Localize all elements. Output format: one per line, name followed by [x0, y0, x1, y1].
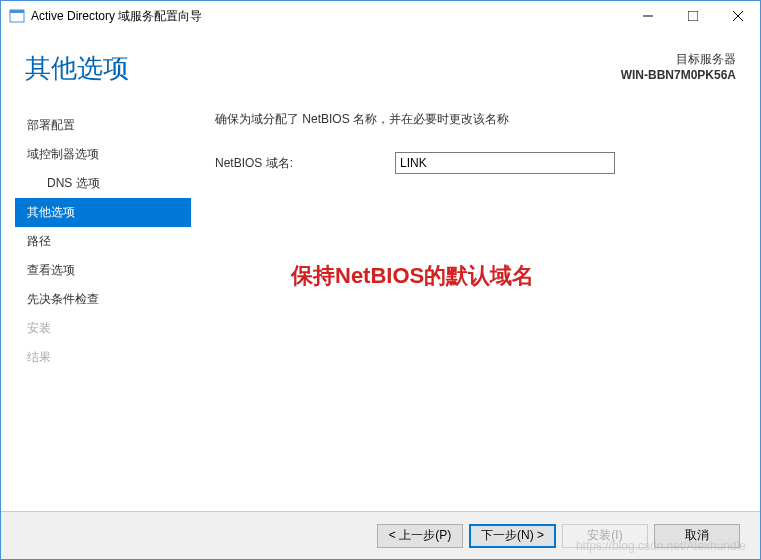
- netbios-label: NetBIOS 域名:: [215, 155, 395, 172]
- target-server-label: 目标服务器: [621, 51, 736, 68]
- main-area: 部署配置 域控制器选项 DNS 选项 其他选项 路径 查看选项 先决条件检查 安…: [1, 111, 760, 511]
- sidebar-item-dns-options[interactable]: DNS 选项: [15, 169, 191, 198]
- sidebar-item-review[interactable]: 查看选项: [15, 256, 191, 285]
- close-button[interactable]: [715, 1, 760, 31]
- svg-rect-1: [10, 10, 24, 13]
- wizard-window: Active Directory 域服务配置向导 其他选项 目标服务器 WIN-…: [0, 0, 761, 560]
- footer: < 上一步(P) 下一步(N) > 安装(I) 取消: [1, 511, 760, 559]
- netbios-input[interactable]: [395, 152, 615, 174]
- annotation-overlay: 保持NetBIOS的默认域名: [291, 261, 534, 291]
- sidebar-item-install: 安装: [15, 314, 191, 343]
- sidebar-item-additional-options[interactable]: 其他选项: [15, 198, 191, 227]
- install-button: 安装(I): [562, 524, 648, 548]
- svg-rect-3: [688, 11, 698, 21]
- target-server-info: 目标服务器 WIN-BBN7M0PK56A: [621, 51, 736, 82]
- cancel-button[interactable]: 取消: [654, 524, 740, 548]
- window-controls: [625, 1, 760, 31]
- content-pane: 确保为域分配了 NetBIOS 名称，并在必要时更改该名称 NetBIOS 域名…: [191, 111, 760, 511]
- prev-button[interactable]: < 上一步(P): [377, 524, 463, 548]
- next-button[interactable]: 下一步(N) >: [469, 524, 556, 548]
- titlebar-title: Active Directory 域服务配置向导: [31, 8, 625, 25]
- app-icon: [9, 8, 25, 24]
- instruction-text: 确保为域分配了 NetBIOS 名称，并在必要时更改该名称: [215, 111, 736, 128]
- sidebar-item-paths[interactable]: 路径: [15, 227, 191, 256]
- page-title: 其他选项: [25, 51, 129, 86]
- sidebar-item-deployment[interactable]: 部署配置: [15, 111, 191, 140]
- maximize-button[interactable]: [670, 1, 715, 31]
- sidebar-item-results: 结果: [15, 343, 191, 372]
- minimize-button[interactable]: [625, 1, 670, 31]
- header: 其他选项 目标服务器 WIN-BBN7M0PK56A: [25, 51, 736, 86]
- titlebar: Active Directory 域服务配置向导: [1, 1, 760, 31]
- target-server-value: WIN-BBN7M0PK56A: [621, 68, 736, 82]
- netbios-row: NetBIOS 域名:: [215, 152, 736, 174]
- sidebar: 部署配置 域控制器选项 DNS 选项 其他选项 路径 查看选项 先决条件检查 安…: [1, 111, 191, 511]
- sidebar-item-prereq[interactable]: 先决条件检查: [15, 285, 191, 314]
- sidebar-item-dc-options[interactable]: 域控制器选项: [15, 140, 191, 169]
